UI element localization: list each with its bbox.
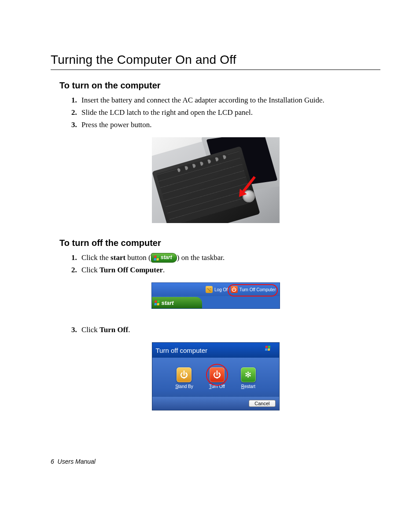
cancel-button[interactable]: Cancel	[249, 400, 275, 407]
figure-turnoff-dialog: Turn off computer Stand By Turn Off Rest…	[51, 342, 380, 410]
laptop-illustration	[152, 137, 280, 223]
highlight-circle-icon	[228, 284, 278, 297]
title-rule	[51, 70, 380, 70]
steps-turn-on: Insert the battery and connect the AC ad…	[79, 94, 380, 131]
page-title: Turning the Computer On and Off	[51, 53, 380, 67]
step-item: Slide the LCD latch to the right and ope…	[79, 106, 380, 119]
dialog-titlebar: Turn off computer	[152, 343, 279, 358]
standby-icon	[177, 367, 192, 382]
highlight-circle-icon	[206, 364, 228, 386]
standby-option[interactable]: Stand By	[175, 367, 193, 389]
key-icon	[206, 286, 213, 293]
step-item: Click the start button (start) on the ta…	[79, 252, 380, 264]
logoff-button[interactable]: Log Off	[206, 286, 229, 293]
step-text: button (	[125, 253, 151, 262]
document-page: Turning the Computer On and Off To turn …	[0, 0, 420, 509]
windows-flag-icon	[154, 256, 159, 260]
windows-flag-icon	[154, 300, 159, 305]
turnoff-dialog: Turn off computer Stand By Turn Off Rest…	[152, 342, 280, 410]
step-bold: start	[111, 253, 125, 262]
step-text: Click	[81, 326, 99, 334]
step-item: Click Turn Off Computer.	[79, 264, 380, 276]
restart-option[interactable]: Restart	[241, 367, 256, 389]
logoff-label: Log Off	[214, 287, 229, 292]
page-footer: 6 Users Manual	[51, 458, 96, 465]
step-text: Click the	[81, 253, 111, 262]
figure-start-menu: Log Off Turn Off Computer start	[51, 282, 380, 309]
step-text: Click	[81, 266, 99, 274]
steps-turn-off-b: Click Turn Off.	[79, 324, 380, 336]
figure-laptop-power	[51, 137, 380, 223]
step-item: Click Turn Off.	[79, 324, 380, 336]
windows-flag-icon	[264, 346, 276, 355]
standby-label: Stand By	[175, 384, 193, 389]
restart-label: Restart	[241, 384, 255, 389]
step-item: Insert the battery and connect the AC ad…	[79, 94, 380, 106]
start-label: start	[161, 253, 172, 262]
step-item: Press the power button.	[79, 119, 380, 131]
step-text: .	[128, 326, 130, 334]
heading-turn-off: To turn off the computer	[59, 238, 380, 248]
taskbar-start-button[interactable]: start	[152, 297, 202, 308]
start-button-inline: start	[151, 253, 177, 263]
step-bold: Turn Off	[99, 326, 128, 334]
page-number: 6	[51, 458, 54, 465]
start-menu-strip: Log Off Turn Off Computer start	[151, 282, 280, 309]
steps-turn-off-a: Click the start button (start) on the ta…	[79, 252, 380, 276]
footer-label: Users Manual	[58, 458, 96, 465]
dialog-title: Turn off computer	[156, 347, 208, 354]
step-text: .	[163, 266, 165, 274]
heading-turn-on: To turn on the computer	[59, 81, 380, 91]
start-label: start	[162, 300, 174, 306]
step-bold: Turn Off Computer	[99, 266, 163, 274]
restart-icon	[241, 367, 256, 382]
step-text: ) on the taskbar.	[177, 253, 225, 262]
